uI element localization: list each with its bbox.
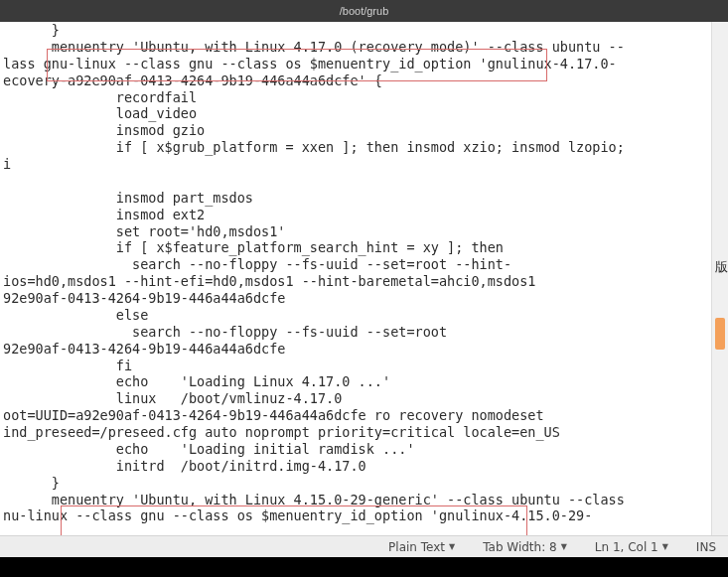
insert-mode[interactable]: INS xyxy=(696,540,716,554)
syntax-label: Plain Text xyxy=(388,540,445,554)
window-titlebar: /boot/grub xyxy=(0,0,728,22)
mode-label: INS xyxy=(696,540,716,554)
side-glyph: 版 xyxy=(715,258,728,276)
syntax-selector[interactable]: Plain Text ▼ xyxy=(388,540,455,554)
code-content[interactable]: } menuentry 'Ubuntu, with Linux 4.17.0 (… xyxy=(0,22,728,524)
vertical-scrollbar[interactable] xyxy=(711,22,728,535)
chevron-down-icon: ▼ xyxy=(662,542,668,551)
tabwidth-label: Tab Width: 8 xyxy=(483,540,556,554)
bottom-black-bar xyxy=(0,557,728,577)
status-bar: Plain Text ▼ Tab Width: 8 ▼ Ln 1, Col 1 … xyxy=(0,535,728,557)
cursor-position[interactable]: Ln 1, Col 1 ▼ xyxy=(595,540,668,554)
editor-viewport[interactable]: } menuentry 'Ubuntu, with Linux 4.17.0 (… xyxy=(0,22,728,535)
tabwidth-selector[interactable]: Tab Width: 8 ▼ xyxy=(483,540,567,554)
position-label: Ln 1, Col 1 xyxy=(595,540,658,554)
title-path: /boot/grub xyxy=(340,5,389,17)
chevron-down-icon: ▼ xyxy=(449,542,455,551)
chevron-down-icon: ▼ xyxy=(561,542,567,551)
scrollbar-thumb[interactable] xyxy=(715,318,725,350)
